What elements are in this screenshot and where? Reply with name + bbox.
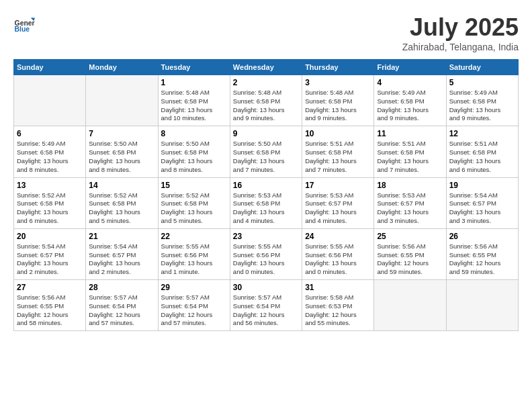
calendar-day-cell: 23Sunrise: 5:55 AM Sunset: 6:56 PM Dayli…	[230, 228, 302, 279]
location-subtitle: Zahirabad, Telangana, India	[402, 42, 519, 52]
weekday-header: Sunday	[14, 60, 86, 75]
day-number: 26	[449, 232, 515, 241]
day-number: 23	[233, 232, 299, 241]
day-number: 22	[161, 232, 227, 241]
day-detail: Sunrise: 5:53 AM Sunset: 6:57 PM Dayligh…	[305, 191, 371, 226]
day-number: 30	[233, 283, 299, 292]
svg-text:Blue: Blue	[15, 26, 30, 33]
day-detail: Sunrise: 5:58 AM Sunset: 6:53 PM Dayligh…	[305, 293, 371, 328]
calendar-day-cell: 7Sunrise: 5:50 AM Sunset: 6:58 PM Daylig…	[86, 126, 158, 177]
day-detail: Sunrise: 5:49 AM Sunset: 6:58 PM Dayligh…	[17, 140, 83, 174]
calendar-week-row: 1Sunrise: 5:48 AM Sunset: 6:58 PM Daylig…	[14, 75, 519, 126]
day-number: 12	[449, 129, 515, 138]
calendar-day-cell	[86, 75, 158, 126]
logo: General Blue	[13, 13, 35, 35]
calendar-day-cell: 30Sunrise: 5:57 AM Sunset: 6:54 PM Dayli…	[230, 280, 302, 331]
calendar-week-row: 27Sunrise: 5:56 AM Sunset: 6:55 PM Dayli…	[14, 280, 519, 331]
day-number: 2	[233, 78, 299, 87]
day-number: 19	[449, 181, 515, 190]
day-detail: Sunrise: 5:51 AM Sunset: 6:58 PM Dayligh…	[305, 140, 371, 174]
day-detail: Sunrise: 5:50 AM Sunset: 6:58 PM Dayligh…	[233, 140, 299, 174]
day-number: 10	[305, 129, 371, 138]
day-number: 9	[233, 129, 299, 138]
calendar-day-cell: 27Sunrise: 5:56 AM Sunset: 6:55 PM Dayli…	[14, 280, 86, 331]
day-number: 11	[377, 129, 443, 138]
day-number: 14	[89, 181, 154, 190]
calendar-day-cell: 13Sunrise: 5:52 AM Sunset: 6:58 PM Dayli…	[14, 177, 86, 228]
calendar-day-cell: 22Sunrise: 5:55 AM Sunset: 6:56 PM Dayli…	[158, 228, 230, 279]
calendar-day-cell: 3Sunrise: 5:48 AM Sunset: 6:58 PM Daylig…	[302, 75, 374, 126]
day-detail: Sunrise: 5:55 AM Sunset: 6:56 PM Dayligh…	[305, 242, 371, 277]
calendar-table: SundayMondayTuesdayWednesdayThursdayFrid…	[13, 59, 519, 331]
day-detail: Sunrise: 5:56 AM Sunset: 6:55 PM Dayligh…	[449, 242, 515, 277]
weekday-header: Saturday	[446, 60, 518, 75]
calendar-day-cell	[14, 75, 86, 126]
day-detail: Sunrise: 5:54 AM Sunset: 6:57 PM Dayligh…	[89, 242, 154, 277]
day-number: 13	[17, 181, 83, 190]
calendar-day-cell: 17Sunrise: 5:53 AM Sunset: 6:57 PM Dayli…	[302, 177, 374, 228]
calendar-day-cell: 24Sunrise: 5:55 AM Sunset: 6:56 PM Dayli…	[302, 228, 374, 279]
weekday-header: Wednesday	[230, 60, 302, 75]
day-number: 6	[17, 129, 83, 138]
day-detail: Sunrise: 5:54 AM Sunset: 6:57 PM Dayligh…	[449, 191, 515, 226]
day-detail: Sunrise: 5:56 AM Sunset: 6:55 PM Dayligh…	[377, 242, 443, 277]
day-number: 18	[377, 181, 443, 190]
calendar-day-cell: 4Sunrise: 5:49 AM Sunset: 6:58 PM Daylig…	[374, 75, 446, 126]
calendar-day-cell: 2Sunrise: 5:48 AM Sunset: 6:58 PM Daylig…	[230, 75, 302, 126]
calendar-week-row: 6Sunrise: 5:49 AM Sunset: 6:58 PM Daylig…	[14, 126, 519, 177]
page-header: General Blue July 2025 Zahirabad, Telang…	[13, 13, 519, 52]
calendar-day-cell: 9Sunrise: 5:50 AM Sunset: 6:58 PM Daylig…	[230, 126, 302, 177]
calendar-day-cell: 12Sunrise: 5:51 AM Sunset: 6:58 PM Dayli…	[446, 126, 518, 177]
day-detail: Sunrise: 5:49 AM Sunset: 6:58 PM Dayligh…	[449, 89, 515, 123]
day-number: 5	[449, 78, 515, 87]
day-detail: Sunrise: 5:53 AM Sunset: 6:58 PM Dayligh…	[233, 191, 299, 226]
day-number: 4	[377, 78, 443, 87]
logo-icon: General Blue	[13, 13, 35, 35]
day-detail: Sunrise: 5:53 AM Sunset: 6:57 PM Dayligh…	[377, 191, 443, 226]
calendar-day-cell: 16Sunrise: 5:53 AM Sunset: 6:58 PM Dayli…	[230, 177, 302, 228]
calendar-day-cell: 10Sunrise: 5:51 AM Sunset: 6:58 PM Dayli…	[302, 126, 374, 177]
calendar-day-cell: 14Sunrise: 5:52 AM Sunset: 6:58 PM Dayli…	[86, 177, 158, 228]
day-number: 25	[377, 232, 443, 241]
title-block: July 2025 Zahirabad, Telangana, India	[402, 13, 519, 52]
weekday-header: Tuesday	[158, 60, 230, 75]
day-number: 24	[305, 232, 371, 241]
day-number: 31	[305, 283, 371, 292]
day-number: 3	[305, 78, 371, 87]
calendar-day-cell: 1Sunrise: 5:48 AM Sunset: 6:58 PM Daylig…	[158, 75, 230, 126]
day-detail: Sunrise: 5:52 AM Sunset: 6:58 PM Dayligh…	[161, 191, 227, 226]
day-detail: Sunrise: 5:48 AM Sunset: 6:58 PM Dayligh…	[161, 89, 227, 123]
day-detail: Sunrise: 5:55 AM Sunset: 6:56 PM Dayligh…	[233, 242, 299, 277]
day-detail: Sunrise: 5:50 AM Sunset: 6:58 PM Dayligh…	[89, 140, 154, 174]
calendar-day-cell: 18Sunrise: 5:53 AM Sunset: 6:57 PM Dayli…	[374, 177, 446, 228]
month-title: July 2025	[402, 13, 519, 42]
weekday-header: Friday	[374, 60, 446, 75]
day-number: 15	[161, 181, 227, 190]
calendar-day-cell: 5Sunrise: 5:49 AM Sunset: 6:58 PM Daylig…	[446, 75, 518, 126]
day-number: 20	[17, 232, 83, 241]
day-number: 7	[89, 129, 154, 138]
calendar-day-cell: 29Sunrise: 5:57 AM Sunset: 6:54 PM Dayli…	[158, 280, 230, 331]
day-detail: Sunrise: 5:48 AM Sunset: 6:58 PM Dayligh…	[305, 89, 371, 123]
day-detail: Sunrise: 5:55 AM Sunset: 6:56 PM Dayligh…	[161, 242, 227, 277]
day-number: 27	[17, 283, 83, 292]
day-number: 29	[161, 283, 227, 292]
day-detail: Sunrise: 5:51 AM Sunset: 6:58 PM Dayligh…	[449, 140, 515, 174]
day-number: 8	[161, 129, 227, 138]
day-detail: Sunrise: 5:50 AM Sunset: 6:58 PM Dayligh…	[161, 140, 227, 174]
calendar-day-cell	[446, 280, 518, 331]
day-detail: Sunrise: 5:56 AM Sunset: 6:55 PM Dayligh…	[17, 293, 83, 328]
day-detail: Sunrise: 5:52 AM Sunset: 6:58 PM Dayligh…	[89, 191, 154, 226]
day-detail: Sunrise: 5:54 AM Sunset: 6:57 PM Dayligh…	[17, 242, 83, 277]
weekday-header: Monday	[86, 60, 158, 75]
day-number: 16	[233, 181, 299, 190]
calendar-week-row: 13Sunrise: 5:52 AM Sunset: 6:58 PM Dayli…	[14, 177, 519, 228]
calendar-day-cell: 21Sunrise: 5:54 AM Sunset: 6:57 PM Dayli…	[86, 228, 158, 279]
calendar-day-cell: 31Sunrise: 5:58 AM Sunset: 6:53 PM Dayli…	[302, 280, 374, 331]
day-detail: Sunrise: 5:52 AM Sunset: 6:58 PM Dayligh…	[17, 191, 83, 226]
calendar-week-row: 20Sunrise: 5:54 AM Sunset: 6:57 PM Dayli…	[14, 228, 519, 279]
calendar-day-cell: 28Sunrise: 5:57 AM Sunset: 6:54 PM Dayli…	[86, 280, 158, 331]
day-detail: Sunrise: 5:49 AM Sunset: 6:58 PM Dayligh…	[377, 89, 443, 123]
calendar-day-cell: 11Sunrise: 5:51 AM Sunset: 6:58 PM Dayli…	[374, 126, 446, 177]
day-detail: Sunrise: 5:57 AM Sunset: 6:54 PM Dayligh…	[233, 293, 299, 328]
